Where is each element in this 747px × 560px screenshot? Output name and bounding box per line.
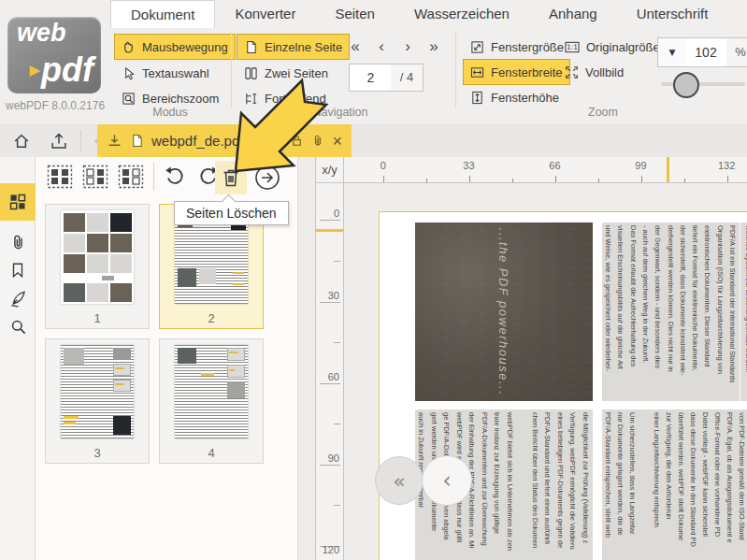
ruler-label: 132 [718,160,735,171]
original-size-label: Originalgröße [586,40,660,54]
download-icon [107,133,122,149]
toolbar-separator [153,163,154,191]
ruler-tick-minor [334,342,340,343]
ruler-corner: x/y [316,157,344,183]
fit-window-button[interactable]: Fenstergröße [463,34,571,60]
fit-window-label: Fenstergröße [491,40,564,54]
first-page-button[interactable]: « [344,36,366,58]
prev-page-button[interactable]: ‹ [370,36,393,58]
area-zoom-icon [122,92,136,106]
fullscreen-label: Vollbild [585,65,624,79]
thumbnail-preview [61,210,134,304]
fit-width-button[interactable]: Fensterbreite [463,59,570,85]
next-page-button[interactable]: › [396,36,419,58]
ruler-label: 0 [381,160,386,171]
ruler-label: 99 [635,160,646,171]
ruler-tick-minor [334,424,340,424]
ruler-tick-minor [512,179,513,182]
two-pages-label: Zwei Seiten [265,66,328,80]
document-filename: webpdf_de.pdf [151,133,282,149]
ruler-tick-minor [334,261,340,262]
page-back-button[interactable]: ‹ [422,455,472,506]
panel-splitter[interactable]: ◀ [297,157,316,560]
tab-wasserzeichen[interactable]: Wasserzeichen [395,0,529,28]
single-page-button[interactable]: Einzelne Seite [237,34,350,60]
group-label-modus: Modus [114,106,226,119]
tab-anhang[interactable]: Anhang [529,0,617,28]
move-pages-button[interactable] [254,165,280,191]
sidebar-item-bookmarks[interactable] [0,254,36,286]
zoom-unit-label: % [726,37,747,67]
webpdf-window: web ▶ pdf webPDF 8.0.0.2176 Dokument Kon… [0,0,747,560]
ruler-tick [320,220,340,221]
page-thumbnail-4[interactable]: 4 [159,338,264,464]
mouse-move-button[interactable]: Mausbewegung [114,34,236,60]
page-back-fast-button[interactable]: « [375,456,424,505]
single-page-label: Einzelne Seite [265,40,342,54]
tab-export[interactable]: Export [727,0,747,28]
paperclip-icon[interactable] [311,134,324,148]
text-select-button[interactable]: Textauswahl [114,60,217,86]
thumbnail-preview [175,345,248,438]
ruler-label: 90 [328,452,339,464]
ruler-label: 0 [334,208,339,219]
sidebar-item-signature[interactable] [0,282,36,314]
ruler-label: 120 [323,544,339,555]
page-number-label: 4 [160,446,263,460]
document-viewport[interactable]: 011010010110100101101001011 100101101001… [345,184,747,560]
tabbar-separator [80,130,81,151]
logo-web-text: web [17,19,66,48]
page-thumbnail-3[interactable]: 3 [45,338,150,464]
fit-window-icon [470,40,484,54]
zoom-slider-handle[interactable] [673,72,699,98]
ruler-label: 66 [549,160,560,171]
page-total-label: / 4 [391,64,424,92]
page-number-label: 1 [46,311,149,325]
pdf-text-block: PDF/A ist ein Standard der International… [602,223,740,401]
group-separator [231,32,232,108]
fullscreen-button[interactable]: Vollbild [557,59,631,85]
home-button[interactable] [4,124,39,157]
mouse-move-label: Mausbewegung [142,40,228,54]
tab-unterschrift[interactable]: Unterschrift [617,0,728,28]
last-page-button[interactable]: » [423,36,445,58]
horizontal-ruler: 0 33 66 99 132 [344,157,747,183]
zoom-dropdown-button[interactable]: ▼ [657,37,687,67]
home-icon [12,132,31,151]
pdf-text: welches System zur Erstellung benutzt wu… [740,223,747,401]
sidebar-item-search[interactable] [0,310,36,342]
sidebar-item-attachments[interactable] [0,226,36,258]
tab-konverter[interactable]: Konverter [215,0,315,28]
ruler-label: 33 [463,160,474,171]
select-odd-pages-button[interactable] [118,165,144,189]
original-size-button[interactable]: 1:1 Originalgröße [557,34,668,60]
tab-dokument[interactable]: Dokument [110,0,215,28]
open-upload-button[interactable] [41,124,77,157]
delete-pages-button[interactable] [215,161,247,194]
version-label: webPDF 8.0.0.2176 [6,99,105,112]
two-pages-button[interactable]: Zwei Seiten [237,60,336,86]
single-page-icon [244,40,258,54]
select-even-icon [82,165,108,189]
select-all-icon [47,165,73,189]
zoom-value-input[interactable] [685,37,727,67]
pdf-page: 011010010110100101101001011 100101101001… [379,211,747,560]
thumbnail-preview [61,345,134,438]
pdf-text-block-edge: welches System zur Erstellung benutzt wu… [740,223,747,401]
document-tab[interactable]: webpdf_de.pdf × [97,124,352,157]
group-label-navigation: Navigation [237,106,444,119]
ruler-tick [383,176,384,182]
sidebar-item-thumbnails[interactable] [0,183,36,221]
ruler-label: 30 [328,290,339,301]
page-thumbnail-1[interactable]: 1 [45,204,150,329]
thumbnails-grid-icon [8,193,27,211]
close-document-icon[interactable]: × [332,134,342,149]
select-even-pages-button[interactable] [82,165,108,189]
tab-seiten[interactable]: Seiten [315,0,395,28]
select-all-pages-button[interactable] [47,165,73,189]
undo-button[interactable] [161,163,189,191]
ruler-cursor-marker [667,157,669,183]
select-odd-icon [118,165,144,189]
vertical-ruler: 0 30 60 90 120 [316,183,344,560]
page-number-input[interactable] [349,64,393,92]
